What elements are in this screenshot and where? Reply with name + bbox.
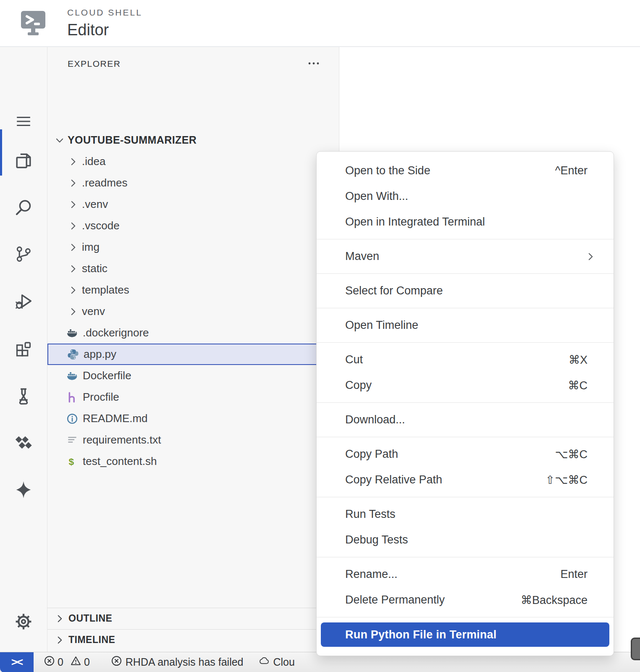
menu-item-run-python-file-in-terminal[interactable]: Run Python File in Terminal: [321, 622, 609, 647]
tree-folder[interactable]: .readmes: [47, 172, 339, 194]
tree-root[interactable]: YOUTUBE-SUMMARIZER: [47, 129, 339, 151]
folder-label: .venv: [82, 198, 108, 211]
menu-item-label: Open to the Side: [345, 164, 555, 177]
tree-file[interactable]: $test_content.sh: [47, 451, 339, 472]
activity-item-menu[interactable]: [0, 103, 47, 141]
search-icon: [14, 198, 33, 219]
menu-item-open-timeline[interactable]: Open Timeline: [317, 312, 614, 338]
activity-item-source-control[interactable]: [0, 236, 47, 274]
menu-group: Cut⌘XCopy⌘C: [317, 343, 614, 403]
app-eyebrow: CLOUD SHELL: [67, 8, 142, 18]
menu-item-rename[interactable]: Rename...Enter: [317, 562, 614, 587]
activity-item-run-debug[interactable]: [0, 283, 47, 321]
activity-item-gemini[interactable]: [0, 472, 47, 509]
menu-group: Open Timeline: [317, 308, 614, 343]
menu-item-debug-tests[interactable]: Debug Tests: [317, 527, 614, 553]
file-label: Dockerfile: [83, 369, 131, 382]
warning-icon: [70, 655, 81, 669]
activity-item-explorer[interactable]: [0, 143, 47, 181]
folder-label: .idea: [82, 155, 105, 168]
menu-item-open-with[interactable]: Open With...: [317, 184, 614, 209]
tree-folder[interactable]: static: [47, 258, 339, 279]
diamonds-icon: [14, 433, 33, 454]
chevron-right-icon: [68, 263, 79, 274]
menu-item-label: Copy Path: [345, 448, 555, 461]
menu-item-label: Debug Tests: [345, 533, 588, 546]
explorer-panel: EXPLORER YOUTUBE-SUMMARIZER.idea.readmes…: [47, 47, 339, 652]
extensions-icon: [14, 340, 33, 361]
cloud-icon: [259, 655, 270, 669]
tree-file-selected[interactable]: app.py: [47, 344, 339, 365]
rhda-status[interactable]: RHDA analysis has failed: [111, 655, 244, 669]
explorer-header: EXPLORER: [47, 47, 339, 79]
menu-item-copy[interactable]: Copy⌘C: [317, 373, 614, 398]
error-icon: [111, 655, 122, 669]
section-label: OUTLINE: [68, 613, 112, 624]
menu-item-copy-relative-path[interactable]: Copy Relative Path⇧⌥⌘C: [317, 467, 614, 493]
problems-status[interactable]: 0 0: [44, 655, 94, 669]
menu-item-shortcut: ^Enter: [555, 164, 588, 177]
file-label: Procfile: [83, 391, 119, 404]
folder-label: venv: [82, 305, 105, 318]
chevron-right-icon: [68, 306, 79, 317]
scrollbar-thumb[interactable]: [631, 638, 640, 660]
menu-item-maven[interactable]: Maven: [317, 244, 614, 269]
remote-indicator[interactable]: ><: [0, 652, 34, 672]
page-title: Editor: [67, 21, 142, 39]
menu-item-cut[interactable]: Cut⌘X: [317, 347, 614, 373]
info-icon: [66, 412, 79, 425]
menu-group: Select for Compare: [317, 274, 614, 308]
python-icon: [67, 348, 79, 361]
cloud-status[interactable]: Clou: [259, 655, 295, 669]
tree-folder[interactable]: templates: [47, 279, 339, 301]
tree-file[interactable]: README.md: [47, 408, 339, 429]
menu-item-label: Cut: [345, 353, 569, 366]
tree-folder[interactable]: .venv: [47, 194, 339, 215]
chevron-down-icon: [54, 135, 65, 146]
tree-file[interactable]: Dockerfile: [47, 365, 339, 386]
tree-folder[interactable]: .vscode: [47, 215, 339, 236]
menu-item-select-for-compare[interactable]: Select for Compare: [317, 278, 614, 304]
rhda-message: RHDA analysis has failed: [126, 656, 244, 668]
activity-item-testing[interactable]: [0, 378, 47, 416]
tree-folder[interactable]: .idea: [47, 151, 339, 172]
cloud-label: Clou: [273, 656, 295, 668]
chevron-right-icon: [54, 635, 65, 646]
activity-item-settings[interactable]: [0, 604, 47, 641]
sparkle-icon: [14, 480, 33, 501]
menu-group: Copy Path⌥⌘CCopy Relative Path⇧⌥⌘C: [317, 437, 614, 497]
tree-file[interactable]: .dockerignore: [47, 322, 339, 344]
menu-item-download[interactable]: Download...: [317, 407, 614, 433]
menu-item-copy-path[interactable]: Copy Path⌥⌘C: [317, 441, 614, 467]
file-label: test_content.sh: [83, 455, 157, 468]
file-label: requirements.txt: [83, 433, 161, 446]
menu-item-delete-permanently[interactable]: Delete Permanently⌘Backspace: [317, 587, 614, 613]
menu-item-label: Run Python File in Terminal: [345, 628, 588, 641]
menu-group: Run TestsDebug Tests: [317, 497, 614, 557]
section-timeline[interactable]: TIMELINE: [47, 629, 339, 650]
tree-folder[interactable]: venv: [47, 301, 339, 322]
beaker-icon: [14, 386, 33, 407]
menu-item-shortcut: ⌘C: [568, 379, 588, 392]
menu-item-run-tests[interactable]: Run Tests: [317, 501, 614, 527]
activity-item-search[interactable]: [0, 189, 47, 227]
section-outline[interactable]: OUTLINE: [47, 608, 339, 629]
shell-icon: $: [66, 455, 79, 468]
activity-bar: [0, 47, 47, 652]
svg-text:$: $: [69, 456, 74, 467]
tree-folder[interactable]: img: [47, 236, 339, 258]
menu-item-shortcut: ⌘Backspace: [521, 593, 588, 607]
menu-item-open-to-the-side[interactable]: Open to the Side^Enter: [317, 158, 614, 184]
text-lines-icon: [66, 434, 79, 446]
file-label: app.py: [84, 348, 116, 361]
tree-file[interactable]: Procfile: [47, 386, 339, 408]
chevron-right-icon: [68, 220, 79, 231]
tree-file[interactable]: requirements.txt: [47, 429, 339, 451]
ellipsis-icon[interactable]: [306, 56, 323, 71]
activity-item-cloud-code[interactable]: [0, 425, 47, 462]
activity-item-extensions[interactable]: [0, 331, 47, 369]
explorer-title: EXPLORER: [68, 59, 121, 69]
menu-item-open-in-integrated-terminal[interactable]: Open in Integrated Terminal: [317, 209, 614, 235]
chevron-right-icon: [585, 251, 596, 262]
chevron-right-icon: [68, 156, 79, 167]
